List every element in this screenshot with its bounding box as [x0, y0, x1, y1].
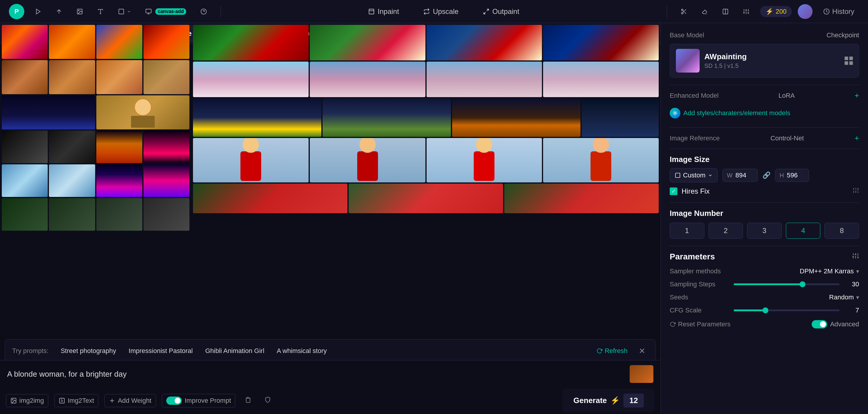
cfg-slider[interactable]	[734, 309, 840, 311]
list-item[interactable]	[144, 198, 189, 231]
prompt-chip-ghibli[interactable]: Ghibli Animation Girl	[199, 344, 270, 357]
prompt-chip-whimsical[interactable]: A whimsical story	[271, 344, 333, 357]
text-btn[interactable]	[94, 6, 107, 17]
outpaint-btn[interactable]: Outpaint	[478, 5, 524, 18]
close-prompts-btn[interactable]: ✕	[636, 345, 648, 357]
hires-settings-btn[interactable]	[852, 187, 859, 196]
lora-add-btn[interactable]: Add styles/charaters/element models	[670, 105, 859, 122]
seeds-value: Random	[829, 294, 854, 301]
size-height-input[interactable]: H 596	[775, 169, 809, 182]
improve-prompt-toggle[interactable]: Improve Prompt	[162, 394, 236, 408]
upscale-btn[interactable]: Upscale	[418, 5, 463, 18]
advanced-toggle[interactable]	[812, 320, 827, 329]
steps-slider[interactable]	[734, 283, 840, 285]
model-card[interactable]: AWpainting SD 1.5 | v1.5	[670, 44, 859, 78]
shield-btn[interactable]	[261, 394, 275, 407]
refresh-btn[interactable]: Refresh	[592, 345, 632, 357]
list-item[interactable]	[193, 25, 309, 60]
prompt-input[interactable]	[7, 366, 625, 382]
list-item[interactable]	[543, 25, 659, 60]
play-btn[interactable]	[31, 6, 45, 17]
list-item[interactable]	[310, 62, 425, 97]
adjust-btn[interactable]	[739, 6, 753, 17]
add-lora-btn[interactable]: +	[855, 91, 859, 100]
img2img-btn[interactable]: img2img	[6, 394, 48, 407]
svg-rect-52	[676, 173, 680, 178]
list-item[interactable]	[543, 62, 659, 97]
size-width-input[interactable]: W 894	[722, 169, 758, 182]
list-item[interactable]	[193, 62, 309, 97]
list-item[interactable]	[543, 138, 659, 182]
num-btn-1[interactable]: 1	[670, 223, 704, 239]
seeds-dropdown[interactable]: Random ▾	[829, 294, 859, 301]
columns-btn[interactable]	[719, 6, 732, 17]
user-avatar[interactable]	[798, 4, 812, 19]
list-item[interactable]	[49, 198, 95, 231]
inpaint-btn[interactable]: Inpaint	[364, 5, 404, 18]
num-btn-8[interactable]: 8	[825, 223, 859, 239]
list-item[interactable]	[49, 60, 95, 94]
size-dropdown[interactable]: Custom	[670, 168, 718, 182]
list-item[interactable]	[96, 131, 142, 163]
list-item[interactable]	[310, 25, 425, 60]
credits-value: 200	[776, 8, 787, 15]
list-item[interactable]	[427, 138, 542, 182]
shape-btn[interactable]	[115, 6, 134, 17]
list-item[interactable]	[96, 198, 142, 231]
hires-fix-checkbox[interactable]: ✓	[670, 187, 677, 195]
arrow-btn[interactable]	[52, 6, 66, 17]
list-item[interactable]	[427, 25, 542, 60]
list-item[interactable]	[193, 98, 321, 137]
list-item[interactable]	[144, 60, 189, 94]
help-btn[interactable]	[197, 6, 211, 17]
list-item[interactable]	[2, 164, 48, 197]
list-item[interactable]	[2, 95, 95, 129]
num-btn-4[interactable]: 4	[786, 223, 820, 239]
generate-btn[interactable]: Generate ⚡ 12	[563, 389, 655, 412]
list-item[interactable]	[96, 25, 142, 59]
image-add-btn[interactable]	[73, 6, 87, 17]
list-item[interactable]	[144, 131, 189, 163]
sampler-dropdown[interactable]: DPM++ 2M Karras ▾	[800, 267, 859, 275]
prompt-chip-street[interactable]: Street photography	[55, 344, 122, 357]
scissors-btn[interactable]	[677, 6, 691, 17]
list-item[interactable]	[504, 183, 659, 213]
logo[interactable]: P	[9, 4, 24, 19]
history-btn[interactable]: History	[818, 5, 859, 18]
list-item[interactable]	[2, 25, 48, 59]
list-item[interactable]	[144, 25, 189, 59]
try-prompts-bar: Try prompts: Street photography Impressi…	[5, 339, 656, 363]
base-model-header: Base Model Checkpoint	[670, 31, 859, 39]
list-item[interactable]	[452, 98, 581, 137]
add-weight-btn[interactable]: Add Weight	[104, 394, 156, 407]
list-item[interactable]	[2, 198, 48, 231]
gallery-row-4	[2, 131, 189, 163]
eraser-btn[interactable]	[698, 6, 711, 17]
list-item[interactable]	[2, 60, 48, 94]
list-item[interactable]	[582, 98, 659, 137]
list-item[interactable]	[427, 62, 542, 97]
list-item[interactable]	[310, 138, 425, 182]
list-item[interactable]	[349, 183, 503, 213]
params-settings-btn[interactable]	[852, 252, 859, 261]
list-item[interactable]	[49, 25, 95, 59]
img2text-btn[interactable]: Img2Text	[54, 394, 98, 407]
delete-btn[interactable]	[241, 394, 255, 407]
canvas-add-btn[interactable]: canvas-add	[142, 6, 190, 17]
list-item[interactable]	[96, 95, 190, 129]
model-grid-btn[interactable]	[844, 57, 853, 65]
list-item[interactable]	[322, 98, 451, 137]
list-item[interactable]	[96, 60, 142, 94]
list-item[interactable]	[144, 164, 189, 197]
num-btn-3[interactable]: 3	[747, 223, 782, 239]
list-item[interactable]	[49, 164, 95, 197]
list-item[interactable]	[2, 131, 48, 163]
list-item[interactable]	[49, 131, 95, 163]
add-ref-btn[interactable]: +	[855, 134, 859, 143]
list-item[interactable]	[193, 138, 309, 182]
prompt-chip-impressionist[interactable]: Impressionist Pastoral	[122, 344, 199, 357]
list-item[interactable]	[193, 183, 347, 213]
reset-params-btn[interactable]: Reset Parameters	[670, 320, 731, 328]
list-item[interactable]	[96, 164, 142, 197]
num-btn-2[interactable]: 2	[709, 223, 743, 239]
